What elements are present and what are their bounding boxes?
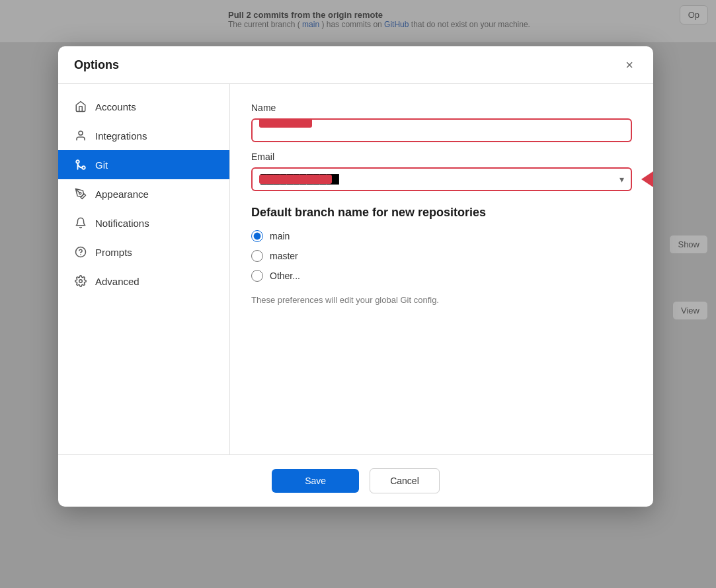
close-button[interactable]: × xyxy=(621,57,637,73)
branch-option-main[interactable]: main xyxy=(251,230,632,242)
branch-section-title: Default branch name for new repositories xyxy=(251,206,632,220)
branch-option-master[interactable]: master xyxy=(251,250,632,262)
branch-radio-group: main master Other... xyxy=(251,230,632,282)
svg-point-6 xyxy=(79,280,83,283)
main-content: Name Email ████████████ ▾ xyxy=(230,84,653,454)
email-arrow-container: ████████████ ▾ xyxy=(251,167,632,191)
branch-section: Default branch name for new repositories… xyxy=(251,206,632,305)
sidebar-item-integrations[interactable]: Integrations xyxy=(58,121,229,150)
email-select[interactable]: ████████████ xyxy=(251,167,632,191)
branch-label-main: main xyxy=(270,231,290,241)
name-field-group: Name xyxy=(251,103,632,151)
dialog-footer: Save Cancel xyxy=(58,454,653,507)
branch-radio-other[interactable] xyxy=(251,270,263,282)
branch-option-other[interactable]: Other... xyxy=(251,270,632,282)
home-icon xyxy=(74,100,87,113)
email-field-group: Email ████████████ ▾ xyxy=(251,151,632,191)
sidebar-item-accounts[interactable]: Accounts xyxy=(58,92,229,121)
bell-icon xyxy=(74,216,87,230)
dialog-header: Options × xyxy=(58,46,653,84)
sidebar-item-appearance[interactable]: Appearance xyxy=(58,179,229,208)
sidebar-item-git[interactable]: Git xyxy=(58,150,229,179)
gear-icon xyxy=(74,274,87,288)
paint-icon xyxy=(74,187,87,200)
branch-radio-master[interactable] xyxy=(251,250,263,262)
sidebar-item-advanced[interactable]: Advanced xyxy=(58,267,229,296)
sidebar-label-accounts: Accounts xyxy=(95,101,136,112)
branch-label-other: Other... xyxy=(270,271,300,281)
email-label: Email xyxy=(251,151,632,162)
svg-point-3 xyxy=(79,192,81,194)
sidebar: Accounts Integrations xyxy=(58,84,230,454)
sidebar-label-appearance: Appearance xyxy=(95,189,149,200)
dialog-title: Options xyxy=(74,58,119,72)
save-button[interactable]: Save xyxy=(272,469,359,493)
name-input[interactable] xyxy=(251,118,632,142)
svg-point-0 xyxy=(79,131,83,135)
sidebar-label-git: Git xyxy=(95,159,108,171)
sidebar-label-notifications: Notifications xyxy=(95,218,149,229)
sidebar-item-prompts[interactable]: Prompts xyxy=(58,237,229,267)
name-label: Name xyxy=(251,103,632,113)
dialog-body: Accounts Integrations xyxy=(58,84,653,454)
cancel-button[interactable]: Cancel xyxy=(370,468,440,493)
sidebar-label-integrations: Integrations xyxy=(95,130,147,142)
red-arrow xyxy=(644,178,653,181)
hint-text: These preferences will edit your global … xyxy=(251,295,632,305)
options-dialog: Options × Accounts xyxy=(58,46,653,507)
git-icon xyxy=(74,158,87,171)
sidebar-label-prompts: Prompts xyxy=(95,247,132,258)
email-select-wrapper: ████████████ ▾ xyxy=(251,167,632,191)
sidebar-label-advanced: Advanced xyxy=(95,276,139,287)
help-icon xyxy=(74,245,87,259)
person-icon xyxy=(74,129,87,142)
branch-radio-main[interactable] xyxy=(251,230,263,242)
branch-label-master: master xyxy=(270,251,298,261)
sidebar-item-notifications[interactable]: Notifications xyxy=(58,208,229,237)
